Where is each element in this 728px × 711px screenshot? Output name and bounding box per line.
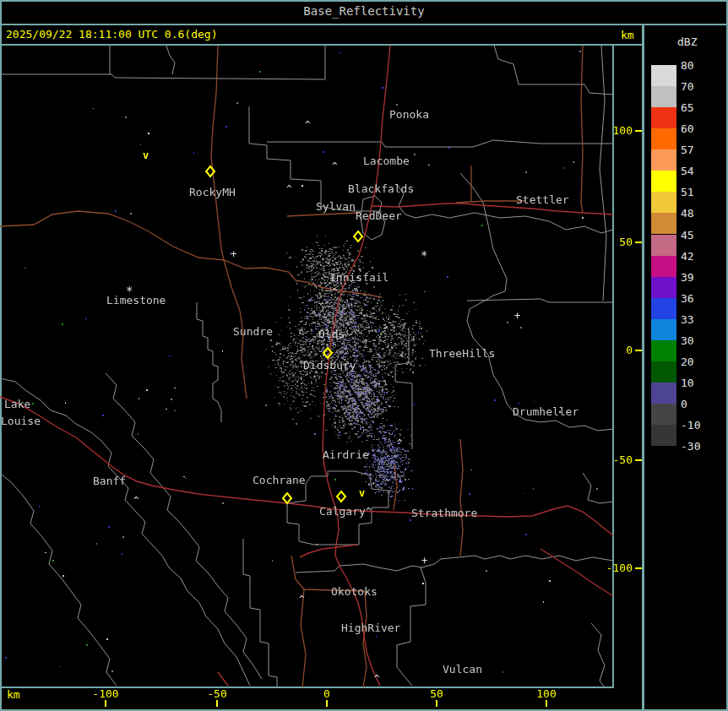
city-label: Stettler	[516, 193, 569, 206]
city-label: HighRiver	[341, 621, 401, 634]
x-axis-tick-label: -100	[85, 687, 126, 700]
scale-block	[651, 149, 676, 171]
color-scale-title: dBZ	[677, 35, 697, 49]
scale-label: -30	[681, 440, 723, 453]
city-label: Strathmore	[411, 507, 477, 519]
panel-divider	[642, 25, 644, 709]
y-axis-tick	[635, 459, 642, 461]
dot-marker-icon	[422, 583, 424, 584]
scale-block	[651, 107, 676, 128]
x-axis-tick-label: 0	[307, 687, 347, 700]
boundary-line	[106, 373, 262, 679]
scale-label: -10	[681, 419, 723, 432]
x-axis-tick-label: 50	[416, 687, 457, 700]
scale-label: 54	[681, 165, 723, 178]
boundary-line	[243, 539, 277, 687]
city-label: Cochrane	[253, 474, 306, 486]
highway-line	[218, 672, 228, 686]
caret-marker-icon: ^	[305, 119, 311, 130]
caret-marker-icon: ^	[299, 594, 305, 605]
asterisk-marker-icon: *	[126, 284, 133, 297]
scale-label: 57	[681, 144, 723, 157]
scale-block	[651, 361, 676, 383]
scale-label: 39	[681, 271, 723, 285]
y-axis-tick-label: 100	[577, 124, 633, 137]
caret-marker-icon: ^	[397, 437, 403, 448]
city-label: Vulcan	[443, 663, 482, 676]
x-axis-tick-label: 100	[526, 687, 567, 700]
boundary-line	[591, 623, 605, 687]
plus-marker-icon: +	[421, 555, 427, 567]
boundary-line	[583, 473, 613, 503]
boundary-line	[296, 556, 613, 573]
page-title: Base_Reflectivity	[0, 3, 728, 19]
title-separator	[0, 24, 728, 25]
scale-label: 60	[681, 122, 723, 136]
diamond-marker-icon	[337, 491, 345, 502]
boundary-line	[166, 46, 175, 74]
city-label: Ponoka	[389, 108, 429, 121]
city-label: Lacombe	[363, 155, 410, 167]
v-marker-icon: v	[143, 149, 149, 161]
y-axis-tick-label: 0	[577, 344, 633, 356]
x-axis-unit-label: km	[7, 688, 20, 702]
scale-block	[651, 171, 676, 192]
x-axis-tick	[105, 700, 106, 707]
y-axis-tick	[635, 567, 642, 569]
radar-viewer-window: { "window": { "title": "Base_Reflectivit…	[0, 0, 728, 711]
city-label: Louise	[1, 415, 41, 427]
city-label: Drumheller	[513, 405, 579, 418]
boundary-line	[0, 74, 325, 79]
boundary-line	[197, 302, 221, 422]
city-label: Lake	[4, 398, 30, 410]
city-label: RockyMH	[189, 186, 236, 198]
x-axis-tick	[546, 700, 547, 707]
city-label: Olds	[318, 328, 345, 340]
boundary-line	[0, 473, 117, 686]
scale-block	[651, 256, 676, 277]
caret-marker-icon: ^	[286, 183, 292, 194]
road-line	[211, 46, 224, 260]
road-line	[394, 466, 397, 510]
scale-block	[651, 425, 676, 446]
city-label: Airdrie	[323, 448, 369, 461]
city-label: Sylvan	[316, 200, 356, 213]
window-border-top	[0, 0, 728, 2]
boundary-line	[397, 567, 426, 686]
scale-label: 70	[681, 80, 723, 94]
scale-block	[651, 128, 676, 149]
city-label: ThreeHills	[429, 347, 495, 360]
diamond-marker-icon	[283, 493, 291, 503]
road-line	[287, 213, 360, 216]
scale-label: 51	[681, 186, 723, 199]
plus-marker-icon: +	[231, 248, 236, 260]
city-label: Limestone	[106, 294, 166, 307]
scale-label: 48	[681, 207, 723, 220]
caret-marker-icon: ^	[332, 160, 338, 171]
scale-label: 33	[681, 313, 723, 327]
map-svg[interactable]: PonokaLacombeBlackfaldsSylvanRedDeerStet…	[0, 46, 614, 688]
scale-block	[651, 319, 676, 340]
scale-label: 20	[681, 356, 723, 369]
asterisk-marker-icon: *	[421, 248, 427, 262]
scale-block	[651, 277, 676, 298]
scale-block	[651, 86, 676, 107]
x-axis-tick	[326, 700, 328, 707]
y-axis-tick-label: -100	[577, 562, 633, 574]
caret-marker-icon: ^	[332, 286, 338, 297]
scale-label: 10	[681, 377, 723, 390]
boundary-line	[494, 46, 613, 95]
scale-block	[651, 235, 676, 256]
highway-line	[372, 204, 613, 214]
city-label: RedDeer	[356, 209, 402, 222]
caret-marker-icon: ^	[133, 495, 139, 506]
scale-block	[651, 404, 676, 425]
road-line	[460, 439, 463, 556]
y-axis-tick	[635, 350, 642, 351]
plus-marker-icon: +	[514, 310, 520, 322]
scale-block	[651, 213, 676, 234]
scale-block	[651, 298, 676, 319]
scale-label: 42	[681, 250, 723, 263]
scale-label: 45	[681, 229, 723, 242]
boundary-line	[467, 299, 613, 302]
